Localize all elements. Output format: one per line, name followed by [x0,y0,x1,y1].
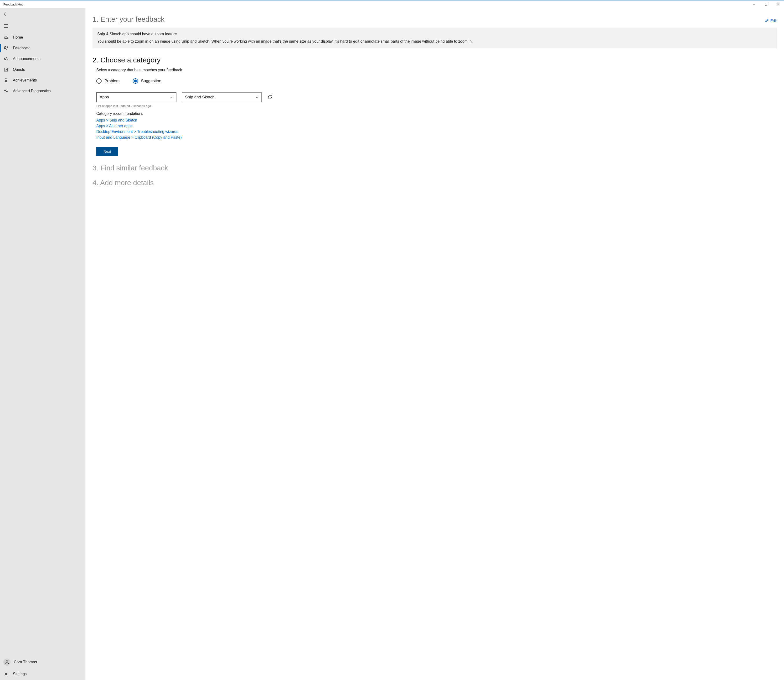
svg-point-14 [6,91,7,92]
feedback-title-text: Snip & Sketch app should have a zoom fea… [97,32,772,36]
user-name-label: Cora Thomas [14,660,37,664]
sidebar-item-label: Feedback [13,46,30,50]
edit-label: Edit [770,19,777,23]
recommendation-link[interactable]: Desktop Environment > Troubleshooting wi… [96,130,777,134]
step2-subtitle: Select a category that best matches your… [96,68,777,72]
feedback-body-text: You should be able to zoom in on an imag… [97,39,772,44]
sidebar-item-label: Home [13,35,23,39]
radio-problem-label: Problem [104,79,120,83]
svg-rect-1 [765,3,767,5]
gear-icon [3,671,9,677]
step3-title: 3. Find similar feedback [93,164,777,172]
refresh-button[interactable] [267,94,273,100]
svg-point-12 [5,90,5,91]
sidebar-item-label: Advanced Diagnostics [13,89,50,93]
sidebar-item-label: Announcements [13,57,41,61]
svg-line-20 [767,19,768,20]
settings-label: Settings [13,672,27,676]
sidebar-item-home[interactable]: Home [0,32,85,42]
svg-point-15 [6,661,8,663]
sidebar-item-feedback[interactable]: Feedback [0,42,85,54]
recommendations-list: Apps > Snip and Sketch Apps > All other … [96,118,777,140]
close-button[interactable] [772,0,784,8]
subcategory-dropdown[interactable]: Snip and Sketch [182,92,262,102]
quests-icon [3,67,9,72]
subcategory-dropdown-value: Snip and Sketch [185,95,215,99]
achievements-icon [3,78,9,83]
feedback-summary-box: Snip & Sketch app should have a zoom fea… [93,28,777,48]
sidebar-item-quests[interactable]: Quests [0,64,85,75]
sidebar: Home Feedback Announcements Quests [0,8,85,680]
chevron-down-icon [255,96,259,99]
recommendation-link[interactable]: Apps > Snip and Sketch [96,118,777,123]
diagnostics-icon [3,88,9,94]
pencil-icon [765,19,769,24]
refresh-icon [267,94,273,100]
chevron-down-icon [170,96,173,99]
radio-circle-icon [133,79,138,83]
radio-suggestion-label: Suggestion [141,79,161,83]
recommendations-title: Category recommendations [96,112,777,116]
svg-point-8 [5,46,6,48]
megaphone-icon [3,56,9,61]
sidebar-item-announcements[interactable]: Announcements [0,54,85,64]
home-icon [3,35,9,40]
maximize-button[interactable] [760,0,772,8]
hamburger-icon [3,24,9,28]
sidebar-item-label: Quests [13,68,25,72]
radio-circle-icon [96,79,102,83]
update-timestamp: List of apps last updated 2 seconds ago [96,104,777,108]
step4-title: 4. Add more details [93,179,777,187]
svg-point-10 [5,79,7,80]
arrow-left-icon [3,11,9,17]
recommendation-link[interactable]: Apps > All other apps [96,124,777,128]
hamburger-button[interactable] [0,20,85,32]
radio-problem[interactable]: Problem [96,79,120,83]
step1-title: 1. Enter your feedback [93,15,164,24]
sidebar-item-settings[interactable]: Settings [0,668,85,680]
category-dropdown-value: Apps [100,95,109,99]
svg-rect-9 [4,68,8,71]
main-content: 1. Enter your feedback Edit Snip & Sketc… [85,8,784,680]
step2-title: 2. Choose a category [93,56,777,64]
next-button[interactable]: Next [96,147,118,156]
radio-suggestion[interactable]: Suggestion [133,79,161,83]
titlebar: Feedback Hub [0,0,784,8]
back-button[interactable] [0,8,85,20]
sidebar-user[interactable]: Cora Thomas [0,656,85,668]
recommendation-link[interactable]: Input and Language > Clipboard (Copy and… [96,135,777,140]
minimize-button[interactable] [748,0,760,8]
edit-button[interactable]: Edit [765,19,777,24]
sidebar-item-diagnostics[interactable]: Advanced Diagnostics [0,85,85,96]
svg-point-19 [5,673,7,675]
user-avatar-icon [3,658,11,666]
feedback-icon [3,46,9,51]
category-dropdown[interactable]: Apps [96,92,177,102]
window-controls [748,0,784,8]
app-title: Feedback Hub [3,3,24,6]
sidebar-item-label: Achievements [13,78,37,82]
sidebar-item-achievements[interactable]: Achievements [0,75,85,85]
